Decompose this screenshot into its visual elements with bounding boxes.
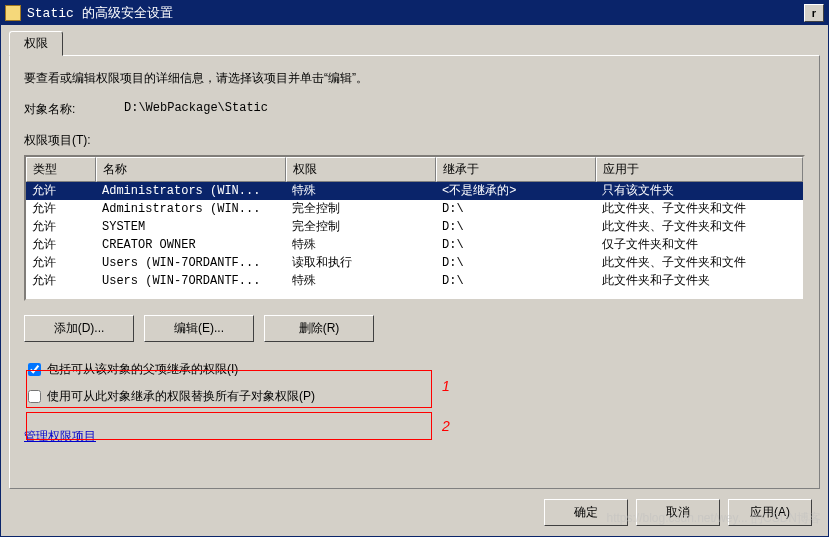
window-title: Static 的高级安全设置 (27, 4, 804, 22)
client-area: 权限 要查看或编辑权限项目的详细信息，请选择该项目并单击“编辑”。 对象名称: … (1, 25, 828, 536)
table-cell: Administrators (WIN... (96, 182, 286, 200)
checkbox-include-inherit-label: 包括可从该对象的父项继承的权限(I) (47, 361, 238, 378)
table-cell: 此文件夹、子文件夹和文件 (596, 218, 803, 236)
manage-perm-link[interactable]: 管理权限项目 (24, 428, 96, 445)
annotation-number-2: 2 (442, 418, 450, 434)
listview-header: 类型 名称 权限 继承于 应用于 (26, 157, 803, 182)
table-cell: 允许 (26, 200, 96, 218)
table-cell: D:\ (436, 254, 596, 272)
table-cell: 此文件夹和子文件夹 (596, 272, 803, 290)
table-row[interactable]: 允许Administrators (WIN...完全控制D:\此文件夹、子文件夹… (26, 200, 803, 218)
col-perm[interactable]: 权限 (286, 157, 436, 182)
table-row[interactable]: 允许Administrators (WIN...特殊<不是继承的>只有该文件夹 (26, 182, 803, 200)
table-cell: D:\ (436, 200, 596, 218)
cancel-button[interactable]: 取消 (636, 499, 720, 526)
perm-items-label: 权限项目(T): (24, 132, 805, 149)
remove-button[interactable]: 删除(R) (264, 315, 374, 342)
object-row: 对象名称: D:\WebPackage\Static (24, 101, 805, 118)
table-cell: 允许 (26, 236, 96, 254)
table-cell: 特殊 (286, 236, 436, 254)
table-cell: 特殊 (286, 272, 436, 290)
tab-permissions[interactable]: 权限 (9, 31, 63, 56)
titlebar[interactable]: Static 的高级安全设置 r (1, 1, 828, 25)
table-cell: CREATOR OWNER (96, 236, 286, 254)
table-cell: Users (WIN-7ORDANTF... (96, 272, 286, 290)
permission-listview[interactable]: 类型 名称 权限 继承于 应用于 允许Administrators (WIN..… (24, 155, 805, 301)
table-cell: 允许 (26, 182, 96, 200)
table-cell: 允许 (26, 218, 96, 236)
col-apply[interactable]: 应用于 (596, 157, 803, 182)
table-row[interactable]: 允许CREATOR OWNER特殊D:\仅子文件夹和文件 (26, 236, 803, 254)
table-cell: Administrators (WIN... (96, 200, 286, 218)
add-button[interactable]: 添加(D)... (24, 315, 134, 342)
checkbox-replace-child[interactable] (28, 390, 41, 403)
checkbox-replace-child-label: 使用可从此对象继承的权限替换所有子对象权限(P) (47, 388, 315, 405)
table-cell: D:\ (436, 218, 596, 236)
folder-icon (5, 5, 21, 21)
checkbox-replace-child-row: 使用可从此对象继承的权限替换所有子对象权限(P) (24, 387, 805, 406)
annotation-number-1: 1 (442, 378, 450, 394)
table-cell: 此文件夹、子文件夹和文件 (596, 254, 803, 272)
table-cell: D:\ (436, 236, 596, 254)
listview-body: 允许Administrators (WIN...特殊<不是继承的>只有该文件夹允… (26, 182, 803, 290)
dialog-footer: 确定 取消 应用(A) (9, 489, 820, 536)
apply-button[interactable]: 应用(A) (728, 499, 812, 526)
col-inherited[interactable]: 继承于 (436, 157, 596, 182)
table-cell: 完全控制 (286, 200, 436, 218)
table-cell: Users (WIN-7ORDANTF... (96, 254, 286, 272)
edit-button[interactable]: 编辑(E)... (144, 315, 254, 342)
table-cell: 此文件夹、子文件夹和文件 (596, 200, 803, 218)
col-name[interactable]: 名称 (96, 157, 286, 182)
table-cell: <不是继承的> (436, 182, 596, 200)
table-cell: 完全控制 (286, 218, 436, 236)
object-label: 对象名称: (24, 101, 124, 118)
close-button[interactable]: r (804, 4, 824, 22)
dialog-window: Static 的高级安全设置 r 权限 要查看或编辑权限项目的详细信息，请选择该… (0, 0, 829, 537)
checkbox-include-inherit-row: 包括可从该对象的父项继承的权限(I) (24, 360, 805, 379)
instruction-text: 要查看或编辑权限项目的详细信息，请选择该项目并单击“编辑”。 (24, 70, 805, 87)
col-type[interactable]: 类型 (26, 157, 96, 182)
table-cell: 只有该文件夹 (596, 182, 803, 200)
table-row[interactable]: 允许Users (WIN-7ORDANTF...特殊D:\此文件夹和子文件夹 (26, 272, 803, 290)
permissions-panel: 要查看或编辑权限项目的详细信息，请选择该项目并单击“编辑”。 对象名称: D:\… (9, 55, 820, 489)
table-cell: SYSTEM (96, 218, 286, 236)
checkbox-include-inherit[interactable] (28, 363, 41, 376)
button-row: 添加(D)... 编辑(E)... 删除(R) (24, 315, 805, 342)
table-cell: 特殊 (286, 182, 436, 200)
table-cell: 允许 (26, 272, 96, 290)
table-cell: 允许 (26, 254, 96, 272)
table-row[interactable]: 允许Users (WIN-7ORDANTF...读取和执行D:\此文件夹、子文件… (26, 254, 803, 272)
table-row[interactable]: 允许SYSTEM完全控制D:\此文件夹、子文件夹和文件 (26, 218, 803, 236)
table-cell: D:\ (436, 272, 596, 290)
table-cell: 仅子文件夹和文件 (596, 236, 803, 254)
ok-button[interactable]: 确定 (544, 499, 628, 526)
tab-strip: 权限 (9, 31, 820, 56)
object-path: D:\WebPackage\Static (124, 101, 268, 118)
table-cell: 读取和执行 (286, 254, 436, 272)
